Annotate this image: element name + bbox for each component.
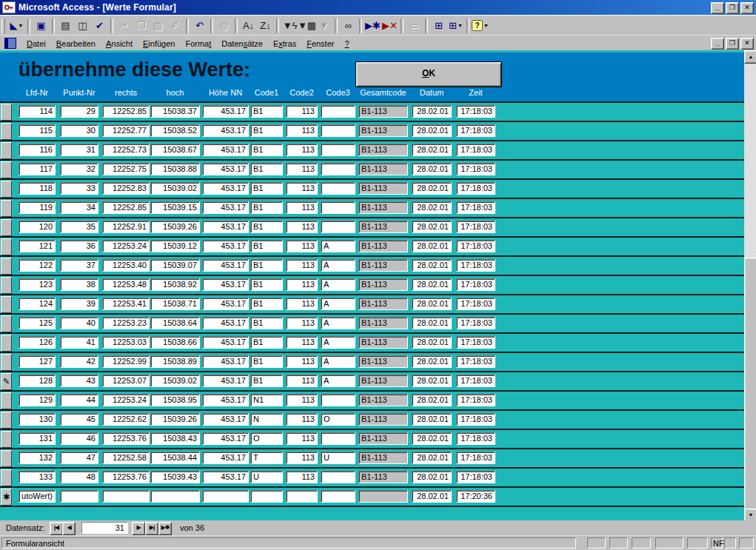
gesamt-field[interactable]: B1-113 xyxy=(358,163,408,175)
zeit-field[interactable]: 17:18:03 xyxy=(456,201,495,214)
print-button[interactable]: ▤ xyxy=(57,18,74,34)
gesamt-field[interactable] xyxy=(358,490,408,503)
code2-field[interactable]: 113 xyxy=(286,471,318,483)
rechts-field[interactable]: 12253.41 xyxy=(102,298,150,310)
gesamt-field[interactable]: B1-113 xyxy=(358,336,408,349)
hoch-field[interactable]: 15039.26 xyxy=(150,221,200,233)
datum-field[interactable]: 28.02.01 xyxy=(412,336,452,349)
datum-field[interactable]: 28.02.01 xyxy=(412,413,452,426)
format-painter-button[interactable]: ✐ xyxy=(167,18,184,34)
rechts-field[interactable]: 12253.07 xyxy=(102,375,150,387)
code3-field[interactable]: O xyxy=(321,413,355,426)
punkt-field[interactable]: 37 xyxy=(60,259,98,272)
lfd-field[interactable]: 126 xyxy=(19,336,56,349)
lfd-field[interactable]: 132 xyxy=(19,452,56,464)
lfd-field[interactable]: 123 xyxy=(19,278,56,291)
code2-field[interactable]: 113 xyxy=(286,432,318,445)
code2-field[interactable]: 113 xyxy=(286,201,318,214)
record-selector[interactable] xyxy=(1,431,12,448)
hoch-field[interactable]: 15038.44 xyxy=(150,452,200,464)
code1-field[interactable]: B1 xyxy=(250,221,283,233)
rechts-field[interactable]: 12252.99 xyxy=(102,355,150,368)
code2-field[interactable]: 113 xyxy=(286,375,318,387)
cut-button[interactable]: ✂ xyxy=(116,18,133,34)
code1-field[interactable]: N1 xyxy=(250,394,283,406)
dropdown-arrow-icon[interactable]: ▼ xyxy=(458,23,463,28)
code1-field[interactable]: B1 xyxy=(250,124,283,137)
record-selector[interactable] xyxy=(1,200,12,217)
toolbar-grip[interactable] xyxy=(1,19,5,33)
zeit-field[interactable]: 17:18:03 xyxy=(456,240,495,252)
code1-field[interactable]: B1 xyxy=(250,144,283,156)
zeit-field[interactable]: 17:18:03 xyxy=(456,298,495,310)
datum-field[interactable]: 28.02.01 xyxy=(412,201,452,214)
gesamt-field[interactable]: B1-113 xyxy=(358,355,408,368)
pencil-icon[interactable]: ✎ xyxy=(1,373,12,390)
record-selector[interactable] xyxy=(1,277,12,294)
punkt-field[interactable]: 29 xyxy=(60,105,98,118)
datum-field[interactable]: 28.02.01 xyxy=(412,144,452,156)
zeit-field[interactable]: 17:20:36 xyxy=(456,490,495,503)
hoch-field[interactable]: 15038.43 xyxy=(150,432,200,445)
code3-field[interactable]: A xyxy=(321,278,355,291)
zeit-field[interactable]: 17:18:03 xyxy=(456,105,495,118)
code3-field[interactable] xyxy=(321,144,355,156)
gesamt-field[interactable]: B1-113 xyxy=(358,278,408,291)
datum-field[interactable]: 28.02.01 xyxy=(412,278,452,291)
hoehe-field[interactable]: 453.17 xyxy=(202,394,249,406)
vertical-scrollbar[interactable]: ▲ ▼ xyxy=(744,50,756,520)
zeit-field[interactable]: 17:18:03 xyxy=(456,182,495,195)
gesamt-field[interactable]: B1-113 xyxy=(358,259,408,272)
code3-field[interactable] xyxy=(321,221,355,233)
hoehe-field[interactable]: 453.17 xyxy=(202,317,249,329)
datum-field[interactable]: 28.02.01 xyxy=(412,221,452,233)
lfd-field[interactable]: 128 xyxy=(19,375,56,387)
code1-field[interactable]: B1 xyxy=(250,163,283,175)
scrollbar-thumb[interactable] xyxy=(744,258,756,510)
zeit-field[interactable]: 17:18:03 xyxy=(456,355,495,368)
hoch-field[interactable]: 15038.67 xyxy=(150,144,200,156)
menu-datei[interactable]: Datei xyxy=(21,38,51,50)
punkt-field[interactable]: 43 xyxy=(60,375,98,387)
hoehe-field[interactable]: 453.17 xyxy=(202,278,249,291)
record-selector[interactable] xyxy=(1,469,12,486)
spelling-button[interactable]: ✔ xyxy=(91,18,108,34)
hoehe-field[interactable]: 453.17 xyxy=(202,163,249,175)
datum-field[interactable]: 28.02.01 xyxy=(412,163,452,175)
hoehe-field[interactable]: 453.17 xyxy=(202,105,249,118)
lfd-field[interactable]: 116 xyxy=(19,144,56,156)
copy-button[interactable]: ❐ xyxy=(133,18,150,34)
form-window-icon[interactable] xyxy=(4,38,16,49)
lfd-field[interactable]: 122 xyxy=(19,259,56,272)
hoehe-field[interactable]: 453.17 xyxy=(202,259,249,272)
hoch-field[interactable]: 15038.95 xyxy=(150,394,200,406)
punkt-field[interactable]: 45 xyxy=(60,413,98,426)
asterisk-icon[interactable]: ✱ xyxy=(1,489,12,506)
code1-field[interactable]: B1 xyxy=(250,105,283,118)
hoehe-field[interactable]: 453.17 xyxy=(202,432,249,445)
hoehe-field[interactable]: 453.17 xyxy=(202,375,249,387)
lfd-field[interactable]: 118 xyxy=(19,182,56,195)
record-selector[interactable] xyxy=(1,315,12,332)
punkt-field[interactable]: 38 xyxy=(60,278,98,291)
rechts-field[interactable]: 12252.73 xyxy=(102,144,150,156)
hoch-field[interactable]: 15039.02 xyxy=(150,375,200,387)
record-selector[interactable] xyxy=(1,258,12,275)
rechts-field[interactable]: 12253.03 xyxy=(102,336,150,349)
code3-field[interactable] xyxy=(321,182,355,195)
menu-format[interactable]: Format xyxy=(180,38,216,50)
zeit-field[interactable]: 17:18:03 xyxy=(456,452,495,464)
lfd-field[interactable]: 131 xyxy=(19,432,56,445)
gesamt-field[interactable]: B1-113 xyxy=(358,182,408,195)
datum-field[interactable]: 28.02.01 xyxy=(412,105,452,118)
hoch-field[interactable]: 15038.66 xyxy=(150,336,200,349)
code1-field[interactable]: B1 xyxy=(250,355,283,368)
code2-field[interactable]: 113 xyxy=(286,144,318,156)
code3-field[interactable] xyxy=(321,105,355,118)
gesamt-field[interactable]: B1-113 xyxy=(358,471,408,483)
hoch-field[interactable]: 15038.89 xyxy=(150,355,200,368)
code3-field[interactable] xyxy=(321,490,355,503)
hoch-field[interactable]: 15039.15 xyxy=(150,201,200,214)
lfd-field[interactable]: utoWert) xyxy=(19,490,56,503)
datum-field[interactable]: 28.02.01 xyxy=(412,259,452,272)
